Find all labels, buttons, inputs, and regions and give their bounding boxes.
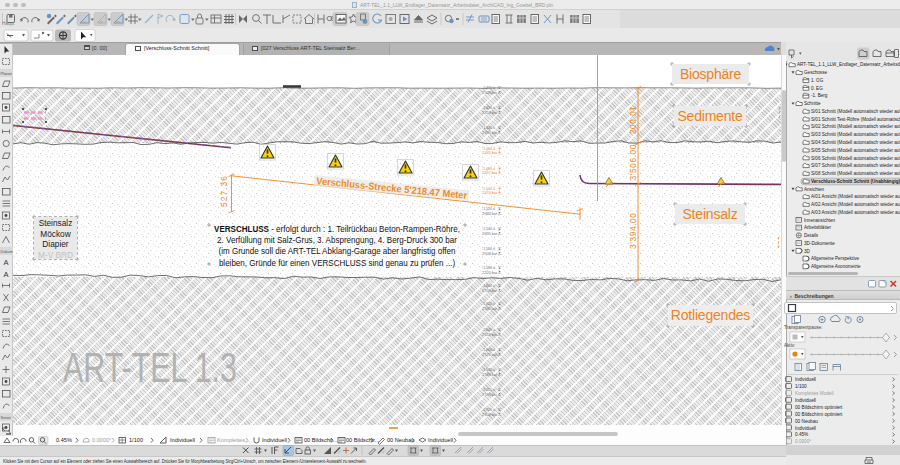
svg-text:-1.460 ü: -1.460 ü bbox=[482, 147, 495, 151]
svg-text:-1.720 ü: -1.720 ü bbox=[482, 408, 495, 412]
svg-text:Komplettes Modell: Komplettes Modell bbox=[795, 391, 834, 396]
svg-text:S/02 Schnitt (Modell automatis: S/02 Schnitt (Modell automatisch wieder … bbox=[811, 124, 900, 129]
svg-text:S/01 Schnitt Test-Röhre (Model: S/01 Schnitt Test-Röhre (Modell automati… bbox=[811, 117, 900, 122]
svg-text:3'394.00: 3'394.00 bbox=[628, 213, 638, 249]
svg-text:2'595 bar: 2'595 bar bbox=[482, 393, 498, 397]
svg-text:0.0000°: 0.0000° bbox=[795, 439, 811, 444]
svg-text:Individuell: Individuell bbox=[170, 437, 195, 443]
svg-text:Verschluss-Schnitt Schnitt (Un: Verschluss-Schnitt Schnitt (Unabhängig) bbox=[811, 179, 900, 184]
svg-text:S/01 Schnitt (Modell automatis: S/01 Schnitt (Modell automatisch wieder … bbox=[811, 109, 900, 114]
svg-text:Sonst: Sonst bbox=[1, 415, 12, 420]
svg-text:2'545 bar: 2'545 bar bbox=[482, 307, 498, 311]
svg-text:-1.560 ü: -1.560 ü bbox=[482, 247, 495, 251]
svg-text:Individuell: Individuell bbox=[795, 397, 816, 402]
svg-text:-1.420 ü: -1.420 ü bbox=[482, 106, 495, 110]
svg-text:2'430 bar: 2'430 bar bbox=[482, 131, 498, 135]
svg-text:Individuell: Individuell bbox=[795, 377, 816, 382]
svg-text:00 Neubau: 00 Neubau bbox=[795, 418, 818, 423]
svg-text:A: A bbox=[4, 258, 9, 267]
svg-text:Individuell: Individuell bbox=[428, 437, 453, 443]
svg-text:-1.520 ü: -1.520 ü bbox=[482, 207, 495, 211]
svg-text:3D-Dokumente: 3D-Dokumente bbox=[804, 241, 835, 246]
svg-text:-1.440 ü: -1.440 ü bbox=[482, 126, 495, 130]
svg-text:-1.620 ü: -1.620 ü bbox=[482, 302, 495, 306]
svg-text:00 Bildschir...: 00 Bildschir... bbox=[346, 437, 380, 443]
svg-text:00 Neubau: 00 Neubau bbox=[387, 437, 414, 443]
svg-text:3'506.00: 3'506.00 bbox=[628, 144, 638, 180]
svg-text:S/04 Schnitt (Modell automatis: S/04 Schnitt (Modell automatisch wieder … bbox=[811, 140, 900, 145]
svg-text:Individuell: Individuell bbox=[795, 425, 816, 430]
svg-text:0.45%: 0.45% bbox=[795, 432, 808, 437]
svg-text:2'470 bar: 2'470 bar bbox=[482, 191, 498, 195]
svg-text:-1.480 ü: -1.480 ü bbox=[482, 167, 495, 171]
svg-text:2'558 bar: 2'558 bar bbox=[482, 333, 498, 337]
svg-text:2'418 bar: 2'418 bar bbox=[482, 111, 498, 115]
svg-text:1. OG: 1. OG bbox=[811, 78, 824, 83]
svg-text:-1.640 ü: -1.640 ü bbox=[482, 328, 495, 332]
svg-text:Schnitte: Schnitte bbox=[804, 101, 821, 106]
svg-text:-1.580 ü: -1.580 ü bbox=[482, 266, 495, 270]
svg-text:1/100: 1/100 bbox=[129, 437, 143, 443]
svg-text:Geschosse: Geschosse bbox=[804, 70, 827, 75]
svg-text:-1.660 ü: -1.660 ü bbox=[482, 348, 495, 352]
svg-text:Allgemeine Axonometrie: Allgemeine Axonometrie bbox=[811, 264, 861, 269]
svg-text:S/06 Schnitt (Modell automatis: S/06 Schnitt (Modell automatisch wieder … bbox=[811, 156, 900, 161]
svg-text:-1. Berg: -1. Berg bbox=[811, 93, 828, 98]
svg-text:3D: 3D bbox=[804, 249, 811, 254]
svg-text:Arbeitsblätter: Arbeitsblätter bbox=[804, 225, 832, 230]
svg-text:Allgemeine Perspektive: Allgemeine Perspektive bbox=[811, 256, 859, 261]
svg-text:0. EG: 0. EG bbox=[811, 86, 823, 91]
svg-text:2'508 bar: 2'508 bar bbox=[482, 252, 498, 256]
svg-text:Ansichten: Ansichten bbox=[804, 187, 825, 192]
svg-text:A/01 Ansicht (Modell automatis: A/01 Ansicht (Modell automatisch wieder … bbox=[811, 194, 900, 199]
svg-text:Dokum: Dokum bbox=[1, 249, 14, 254]
svg-text:2'457 bar: 2'457 bar bbox=[482, 171, 498, 175]
svg-text:A/03 Ansicht (Modell automatis: A/03 Ansicht (Modell automatisch wieder … bbox=[811, 210, 900, 215]
svg-text:ART-TEL_1.1_LLW_Endlager_Daten: ART-TEL_1.1_LLW_Endlager_Datensatz_Arbei… bbox=[797, 62, 900, 67]
svg-text:200.01: 200.01 bbox=[628, 106, 638, 134]
svg-text:-1.400 ü: -1.400 ü bbox=[482, 86, 495, 90]
svg-text:00 Bildschirm optimiert: 00 Bildschirm optimiert bbox=[795, 404, 843, 409]
svg-text:S/08 Schnitt (Modell automatis: S/08 Schnitt (Modell automatisch wieder … bbox=[811, 171, 900, 176]
svg-text:2'495 bar: 2'495 bar bbox=[482, 232, 498, 236]
svg-text:0.45%: 0.45% bbox=[56, 437, 72, 443]
svg-text:2'483 bar: 2'483 bar bbox=[482, 212, 498, 216]
svg-text:S/05 Schnitt (Modell automatis: S/05 Schnitt (Modell automatisch wieder … bbox=[811, 148, 900, 153]
svg-text:2'445 bar: 2'445 bar bbox=[482, 151, 498, 155]
svg-text:A/02 Ansicht (Modell automatis: A/02 Ansicht (Modell automatisch wieder … bbox=[811, 202, 900, 207]
svg-text:1/100: 1/100 bbox=[795, 384, 807, 389]
svg-text:Innenansichten: Innenansichten bbox=[804, 218, 836, 223]
svg-text:2'520 bar: 2'520 bar bbox=[482, 271, 498, 275]
svg-text:Details: Details bbox=[804, 233, 819, 238]
svg-text:Individuell: Individuell bbox=[262, 437, 287, 443]
svg-text:Komplettes...: Komplettes... bbox=[217, 437, 250, 443]
svg-text:2'533 bar: 2'533 bar bbox=[482, 289, 498, 293]
svg-text:00 Bildschirm optimiert: 00 Bildschirm optimiert bbox=[795, 411, 843, 416]
svg-text:2'570 bar: 2'570 bar bbox=[482, 353, 498, 357]
svg-text:2'583 bar: 2'583 bar bbox=[482, 373, 498, 377]
svg-text:-1.540 ü: -1.540 ü bbox=[482, 227, 495, 231]
svg-text:-1.700 ü: -1.700 ü bbox=[482, 388, 495, 392]
svg-text:2'403 bar: 2'403 bar bbox=[482, 91, 498, 95]
svg-text:S/03 Schnitt (Modell automatis: S/03 Schnitt (Modell automatisch wieder … bbox=[811, 132, 900, 137]
svg-text:0.0000°: 0.0000° bbox=[92, 437, 111, 443]
svg-text:-1.500 ü: -1.500 ü bbox=[482, 187, 495, 191]
svg-text:A: A bbox=[4, 270, 9, 279]
svg-text:2'608 bar: 2'608 bar bbox=[482, 413, 498, 417]
svg-text:-1.680 ü: -1.680 ü bbox=[482, 368, 495, 372]
svg-text:Planer: Planer bbox=[1, 71, 13, 76]
svg-text:-1.600 ü: -1.600 ü bbox=[482, 284, 495, 288]
svg-text:S/07 Schnitt (Modell automatis: S/07 Schnitt (Modell automatisch wieder … bbox=[811, 163, 900, 168]
